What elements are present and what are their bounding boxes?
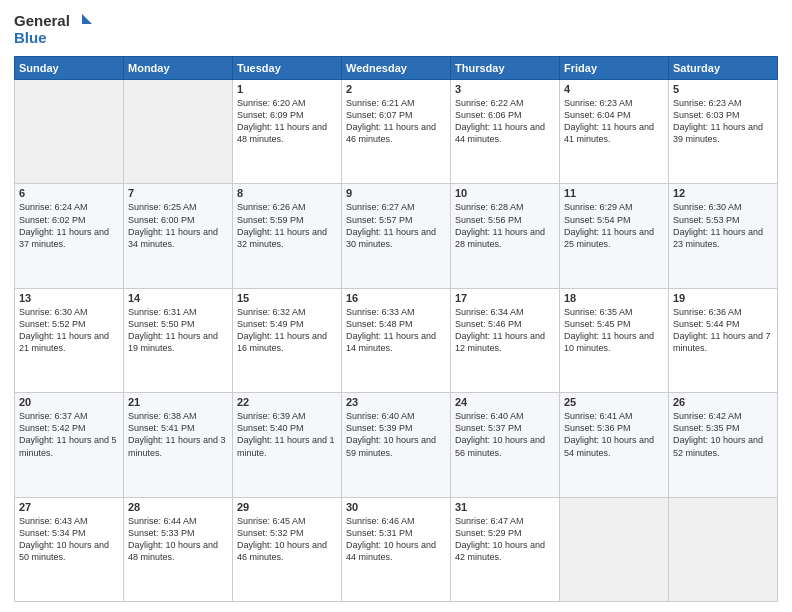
week-row-0: 1Sunrise: 6:20 AMSunset: 6:09 PMDaylight… <box>15 80 778 184</box>
day-number: 12 <box>673 187 773 199</box>
calendar-cell: 6Sunrise: 6:24 AMSunset: 6:02 PMDaylight… <box>15 184 124 288</box>
header: GeneralBlue <box>14 10 778 50</box>
calendar-cell: 3Sunrise: 6:22 AMSunset: 6:06 PMDaylight… <box>451 80 560 184</box>
calendar-cell: 10Sunrise: 6:28 AMSunset: 5:56 PMDayligh… <box>451 184 560 288</box>
calendar-cell <box>124 80 233 184</box>
calendar-cell: 17Sunrise: 6:34 AMSunset: 5:46 PMDayligh… <box>451 288 560 392</box>
calendar-cell: 4Sunrise: 6:23 AMSunset: 6:04 PMDaylight… <box>560 80 669 184</box>
calendar-cell: 15Sunrise: 6:32 AMSunset: 5:49 PMDayligh… <box>233 288 342 392</box>
weekday-header-friday: Friday <box>560 57 669 80</box>
cell-info: Sunrise: 6:24 AMSunset: 6:02 PMDaylight:… <box>19 201 119 250</box>
calendar-cell: 20Sunrise: 6:37 AMSunset: 5:42 PMDayligh… <box>15 393 124 497</box>
weekday-header-sunday: Sunday <box>15 57 124 80</box>
day-number: 13 <box>19 292 119 304</box>
svg-text:Blue: Blue <box>14 29 47 46</box>
calendar-cell: 2Sunrise: 6:21 AMSunset: 6:07 PMDaylight… <box>342 80 451 184</box>
day-number: 16 <box>346 292 446 304</box>
calendar-cell: 9Sunrise: 6:27 AMSunset: 5:57 PMDaylight… <box>342 184 451 288</box>
calendar-cell: 19Sunrise: 6:36 AMSunset: 5:44 PMDayligh… <box>669 288 778 392</box>
cell-info: Sunrise: 6:21 AMSunset: 6:07 PMDaylight:… <box>346 97 446 146</box>
cell-info: Sunrise: 6:30 AMSunset: 5:52 PMDaylight:… <box>19 306 119 355</box>
day-number: 25 <box>564 396 664 408</box>
cell-info: Sunrise: 6:26 AMSunset: 5:59 PMDaylight:… <box>237 201 337 250</box>
calendar-cell <box>15 80 124 184</box>
svg-text:General: General <box>14 12 70 29</box>
page: GeneralBlue SundayMondayTuesdayWednesday… <box>0 0 792 612</box>
calendar-cell: 25Sunrise: 6:41 AMSunset: 5:36 PMDayligh… <box>560 393 669 497</box>
day-number: 29 <box>237 501 337 513</box>
calendar-cell: 31Sunrise: 6:47 AMSunset: 5:29 PMDayligh… <box>451 497 560 601</box>
day-number: 3 <box>455 83 555 95</box>
cell-info: Sunrise: 6:45 AMSunset: 5:32 PMDaylight:… <box>237 515 337 564</box>
cell-info: Sunrise: 6:39 AMSunset: 5:40 PMDaylight:… <box>237 410 337 459</box>
cell-info: Sunrise: 6:36 AMSunset: 5:44 PMDaylight:… <box>673 306 773 355</box>
cell-info: Sunrise: 6:28 AMSunset: 5:56 PMDaylight:… <box>455 201 555 250</box>
calendar-cell: 1Sunrise: 6:20 AMSunset: 6:09 PMDaylight… <box>233 80 342 184</box>
day-number: 4 <box>564 83 664 95</box>
week-row-3: 20Sunrise: 6:37 AMSunset: 5:42 PMDayligh… <box>15 393 778 497</box>
calendar-cell: 30Sunrise: 6:46 AMSunset: 5:31 PMDayligh… <box>342 497 451 601</box>
day-number: 8 <box>237 187 337 199</box>
svg-marker-2 <box>82 14 92 24</box>
calendar-cell: 24Sunrise: 6:40 AMSunset: 5:37 PMDayligh… <box>451 393 560 497</box>
logo-svg: GeneralBlue <box>14 10 94 50</box>
calendar-cell: 12Sunrise: 6:30 AMSunset: 5:53 PMDayligh… <box>669 184 778 288</box>
calendar-cell: 13Sunrise: 6:30 AMSunset: 5:52 PMDayligh… <box>15 288 124 392</box>
cell-info: Sunrise: 6:22 AMSunset: 6:06 PMDaylight:… <box>455 97 555 146</box>
day-number: 24 <box>455 396 555 408</box>
cell-info: Sunrise: 6:34 AMSunset: 5:46 PMDaylight:… <box>455 306 555 355</box>
day-number: 28 <box>128 501 228 513</box>
day-number: 1 <box>237 83 337 95</box>
week-row-4: 27Sunrise: 6:43 AMSunset: 5:34 PMDayligh… <box>15 497 778 601</box>
day-number: 6 <box>19 187 119 199</box>
logo: GeneralBlue <box>14 10 94 50</box>
calendar-cell: 14Sunrise: 6:31 AMSunset: 5:50 PMDayligh… <box>124 288 233 392</box>
cell-info: Sunrise: 6:31 AMSunset: 5:50 PMDaylight:… <box>128 306 228 355</box>
calendar-cell: 29Sunrise: 6:45 AMSunset: 5:32 PMDayligh… <box>233 497 342 601</box>
cell-info: Sunrise: 6:20 AMSunset: 6:09 PMDaylight:… <box>237 97 337 146</box>
calendar-cell: 11Sunrise: 6:29 AMSunset: 5:54 PMDayligh… <box>560 184 669 288</box>
weekday-header-row: SundayMondayTuesdayWednesdayThursdayFrid… <box>15 57 778 80</box>
cell-info: Sunrise: 6:38 AMSunset: 5:41 PMDaylight:… <box>128 410 228 459</box>
weekday-header-tuesday: Tuesday <box>233 57 342 80</box>
day-number: 23 <box>346 396 446 408</box>
day-number: 14 <box>128 292 228 304</box>
calendar-cell: 21Sunrise: 6:38 AMSunset: 5:41 PMDayligh… <box>124 393 233 497</box>
cell-info: Sunrise: 6:23 AMSunset: 6:03 PMDaylight:… <box>673 97 773 146</box>
calendar-cell: 26Sunrise: 6:42 AMSunset: 5:35 PMDayligh… <box>669 393 778 497</box>
calendar-cell: 22Sunrise: 6:39 AMSunset: 5:40 PMDayligh… <box>233 393 342 497</box>
cell-info: Sunrise: 6:30 AMSunset: 5:53 PMDaylight:… <box>673 201 773 250</box>
day-number: 5 <box>673 83 773 95</box>
day-number: 15 <box>237 292 337 304</box>
day-number: 18 <box>564 292 664 304</box>
day-number: 20 <box>19 396 119 408</box>
week-row-1: 6Sunrise: 6:24 AMSunset: 6:02 PMDaylight… <box>15 184 778 288</box>
day-number: 11 <box>564 187 664 199</box>
cell-info: Sunrise: 6:47 AMSunset: 5:29 PMDaylight:… <box>455 515 555 564</box>
cell-info: Sunrise: 6:41 AMSunset: 5:36 PMDaylight:… <box>564 410 664 459</box>
cell-info: Sunrise: 6:46 AMSunset: 5:31 PMDaylight:… <box>346 515 446 564</box>
calendar-cell <box>560 497 669 601</box>
day-number: 17 <box>455 292 555 304</box>
weekday-header-thursday: Thursday <box>451 57 560 80</box>
calendar-cell: 18Sunrise: 6:35 AMSunset: 5:45 PMDayligh… <box>560 288 669 392</box>
weekday-header-monday: Monday <box>124 57 233 80</box>
day-number: 19 <box>673 292 773 304</box>
weekday-header-wednesday: Wednesday <box>342 57 451 80</box>
day-number: 21 <box>128 396 228 408</box>
cell-info: Sunrise: 6:42 AMSunset: 5:35 PMDaylight:… <box>673 410 773 459</box>
cell-info: Sunrise: 6:37 AMSunset: 5:42 PMDaylight:… <box>19 410 119 459</box>
cell-info: Sunrise: 6:33 AMSunset: 5:48 PMDaylight:… <box>346 306 446 355</box>
week-row-2: 13Sunrise: 6:30 AMSunset: 5:52 PMDayligh… <box>15 288 778 392</box>
calendar-cell: 5Sunrise: 6:23 AMSunset: 6:03 PMDaylight… <box>669 80 778 184</box>
cell-info: Sunrise: 6:35 AMSunset: 5:45 PMDaylight:… <box>564 306 664 355</box>
day-number: 2 <box>346 83 446 95</box>
calendar-cell: 16Sunrise: 6:33 AMSunset: 5:48 PMDayligh… <box>342 288 451 392</box>
calendar-cell: 7Sunrise: 6:25 AMSunset: 6:00 PMDaylight… <box>124 184 233 288</box>
day-number: 27 <box>19 501 119 513</box>
calendar-cell: 8Sunrise: 6:26 AMSunset: 5:59 PMDaylight… <box>233 184 342 288</box>
cell-info: Sunrise: 6:43 AMSunset: 5:34 PMDaylight:… <box>19 515 119 564</box>
cell-info: Sunrise: 6:40 AMSunset: 5:37 PMDaylight:… <box>455 410 555 459</box>
day-number: 31 <box>455 501 555 513</box>
calendar-cell <box>669 497 778 601</box>
